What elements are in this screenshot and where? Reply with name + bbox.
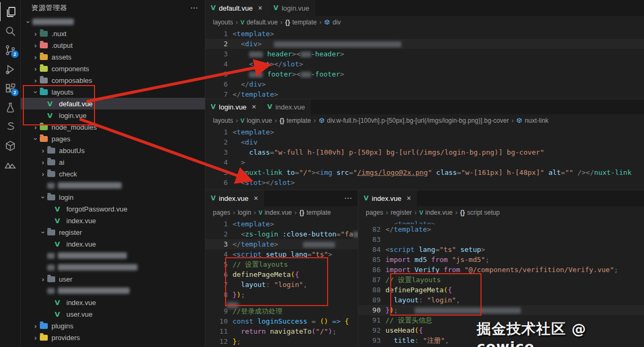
breadcrumbs[interactable]: layouts›Vlogin.vue›{}template›div.w-full… (205, 114, 644, 127)
line-number: 84 (358, 244, 385, 255)
editor-actions-icon[interactable]: ⋯ (344, 190, 353, 206)
run-debug-icon[interactable] (0, 60, 20, 79)
line-content: // 设置layouts (233, 259, 358, 269)
close-icon[interactable]: × (407, 194, 411, 202)
breadcrumb-separator: › (236, 117, 238, 124)
tab-login-vue[interactable]: Vlogin.vue× (205, 99, 262, 114)
tab-login-vue[interactable]: Vlogin.vue (268, 0, 315, 16)
tree-item-check[interactable]: ›check (21, 168, 205, 180)
tree-item-node_modules[interactable]: ›node_modules (21, 121, 205, 133)
breadcrumb-segment[interactable]: nuxt-link (525, 117, 548, 124)
extension-package-icon[interactable] (0, 136, 20, 155)
close-icon[interactable]: × (252, 103, 256, 111)
tab-index-vue[interactable]: Vindex.vue (262, 99, 311, 114)
line-number: 91 (358, 315, 385, 325)
tree-item-index-vue[interactable]: ›Vindex.vue (21, 297, 205, 308)
breadcrumb-segment[interactable]: register (391, 209, 412, 216)
breadcrumb-segment[interactable]: layouts (213, 117, 233, 124)
explorer-more-icon[interactable]: ⋯ (190, 3, 199, 13)
code-line: 3 header><-header> (205, 49, 644, 59)
tree-item-assets[interactable]: ›assets (21, 51, 205, 63)
breadcrumbs[interactable]: layouts›Vdefault.vue›{}template›div (205, 16, 644, 29)
breadcrumbs[interactable]: pages›login›Vindex.vue›{}template (205, 206, 358, 219)
tree-item-user-vue[interactable]: ›Vuser.vue (21, 308, 205, 320)
tab-index-vue[interactable]: Vindex.vue× (205, 190, 264, 206)
line-content: // 设置layouts (385, 275, 644, 285)
redacted-icon (47, 288, 58, 294)
close-icon[interactable]: × (258, 4, 262, 12)
vue-file-icon: V (211, 4, 216, 12)
redacted-label (58, 287, 130, 294)
code-editor-pages-login-index[interactable]: 1<template>2 <zs-login :close-button="fa… (205, 219, 358, 346)
breadcrumb-segment[interactable]: template (287, 117, 311, 124)
line-number: 5 (205, 69, 233, 79)
vue-file-icon: V (47, 100, 58, 108)
close-icon[interactable]: × (254, 194, 258, 202)
tree-item-ai[interactable]: ›ai (21, 156, 205, 168)
breadcrumb-segment[interactable]: template (292, 19, 316, 26)
breadcrumb-segment[interactable]: div.w-full.h-[100vh].p-[50px].bg-[url(/i… (327, 117, 509, 124)
redacted-code (300, 72, 311, 78)
tree-item-label: ai (59, 158, 64, 166)
code-editor-layouts-login[interactable]: 1<template>2 <div3 class="w-full h-[100v… (205, 127, 644, 188)
tree-item-register[interactable]: ›register (21, 226, 205, 238)
tree-item-redacted[interactable]: › (21, 16, 205, 28)
tree-item-default-vue[interactable]: ›Vdefault.vue (21, 98, 205, 109)
breadcrumb-segment[interactable]: script setup (467, 209, 500, 216)
tree-item-composables[interactable]: ›composables (21, 74, 205, 86)
breadcrumb-separator: › (236, 19, 238, 26)
tree-item-pages[interactable]: ›pages (21, 133, 205, 145)
tab-index-vue[interactable]: Vindex.vue× (358, 190, 417, 206)
tree-item-components[interactable]: ›components (21, 63, 205, 74)
tree-item-login[interactable]: ›login (21, 191, 205, 203)
tree-item-redacted[interactable]: › (21, 285, 205, 297)
breadcrumb-segment[interactable]: layouts (213, 19, 233, 26)
breadcrumb-segment[interactable]: pages (213, 209, 230, 216)
explorer-icon[interactable] (0, 2, 21, 21)
source-control-icon[interactable]: 2 (0, 40, 20, 60)
search-icon[interactable] (0, 21, 20, 40)
breadcrumb-separator: › (314, 117, 316, 124)
code-line: 10const loginSuccess = () => { (205, 316, 358, 326)
tree-item-login-vue[interactable]: ›Vlogin.vue (21, 109, 205, 121)
breadcrumb-segment[interactable]: pages (366, 209, 383, 216)
tree-item-index-vue[interactable]: ›Vindex.vue (21, 238, 205, 250)
line-content: </template> (233, 239, 358, 249)
tree-item-layouts[interactable]: ›layouts (21, 86, 205, 98)
tree-item--output[interactable]: ›.output (21, 39, 205, 51)
code-line: 6definePageMeta({ (205, 269, 358, 280)
tab-default-vue[interactable]: Vdefault.vue× (205, 0, 268, 16)
vue-file-icon: V (47, 112, 58, 120)
vue-file-icon: V (241, 19, 244, 26)
code-line: 7 layout: "login", (205, 280, 358, 290)
extensions-icon[interactable]: 2 (0, 79, 20, 98)
extension-s-icon[interactable] (0, 117, 20, 136)
vue-file-icon: V (364, 194, 368, 202)
breadcrumb-separator: › (280, 19, 282, 26)
breadcrumb-segment[interactable]: default.vue (246, 19, 278, 26)
tree-item-plugins[interactable]: ›plugins (21, 320, 205, 332)
tree-item-providers[interactable]: ›providers (21, 332, 205, 343)
tree-item-user[interactable]: ›user (21, 273, 205, 285)
breadcrumb-segment[interactable]: login.vue (246, 117, 272, 124)
tree-item-redacted[interactable]: › (21, 261, 205, 273)
code-editor-pages-register-index[interactable]: <template>82</template>8384<script lang=… (358, 219, 644, 347)
breadcrumbs[interactable]: pages›register›Vindex.vue›{}script setup (358, 206, 644, 219)
tree-item-index-vue[interactable]: ›Vindex.vue (21, 215, 205, 226)
tree-item-forgotPassword-vue[interactable]: ›VforgotPassword.vue (21, 203, 205, 215)
extension-tools-icon[interactable] (0, 98, 20, 117)
code-line: 86import Verify from "@/components/verif… (358, 265, 644, 275)
breadcrumb-segment[interactable]: template (306, 209, 331, 216)
breadcrumb-segment[interactable]: index.vue (425, 209, 452, 216)
tree-item-redacted[interactable]: › (21, 250, 205, 261)
extension-nuxt-icon[interactable] (0, 155, 20, 174)
code-line: 91// 设置头信息 (358, 315, 644, 325)
breadcrumb-segment[interactable]: index.vue (264, 209, 291, 216)
tree-item--nuxt[interactable]: ›.nuxt (21, 28, 205, 39)
tree-item-redacted[interactable]: › (21, 180, 205, 191)
tree-item-label: user (59, 275, 72, 283)
code-editor-layouts-default[interactable]: 1<template>2 <div> 3 header><-header>4 <… (205, 29, 644, 99)
breadcrumb-segment[interactable]: login (238, 209, 251, 216)
tree-item-aboutUs[interactable]: ›aboutUs (21, 145, 205, 156)
breadcrumb-segment[interactable]: div (332, 19, 340, 26)
